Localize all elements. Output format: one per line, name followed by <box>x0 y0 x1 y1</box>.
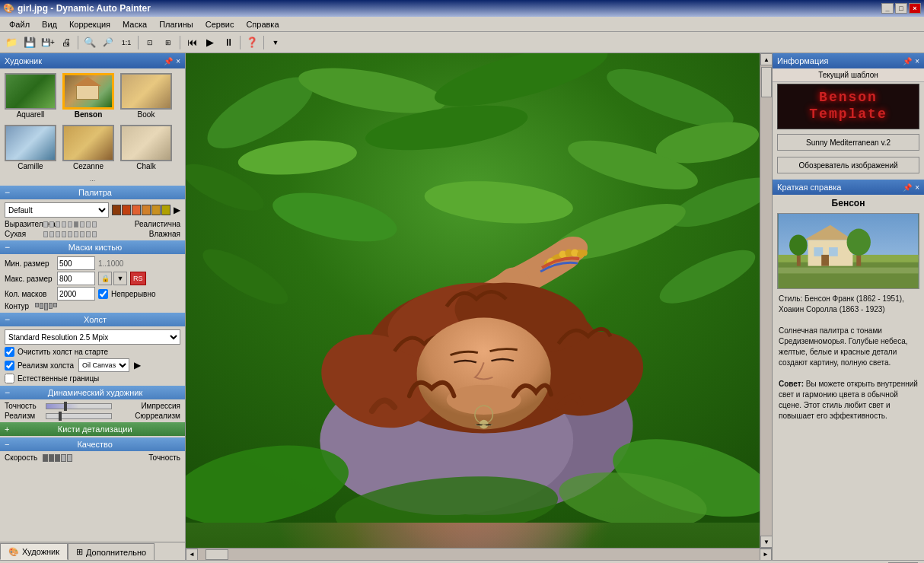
close-button[interactable]: × <box>909 3 921 14</box>
zoom-out-button[interactable]: 🔎 <box>100 34 116 51</box>
quality-header[interactable]: − Качество <box>0 437 185 451</box>
palette-row: Default ▶ <box>0 201 185 219</box>
natural-borders-label: Естественные границы <box>18 374 99 383</box>
zoom-in-button[interactable]: 🔍 <box>81 34 98 51</box>
menu-service[interactable]: Сервис <box>199 18 241 30</box>
play-button[interactable]: ▶ <box>202 34 218 51</box>
thumb-benson[interactable]: Benson <box>61 72 116 120</box>
tab-additional-icon: ⊞ <box>76 547 83 557</box>
color-swatches <box>112 205 170 215</box>
swatch-4[interactable] <box>142 205 151 215</box>
rewind-button[interactable]: ⏮ <box>183 34 200 51</box>
menu-bar: Файл Вид Коррекция Маска Плагины Сервис … <box>0 17 924 32</box>
scroll-up-button[interactable]: ▲ <box>760 53 772 65</box>
detail-brushes-header[interactable]: + Кисти детализации <box>0 422 185 436</box>
more-button[interactable]: ▼ <box>267 34 284 51</box>
tab-additional[interactable]: ⊞ Дополнительно <box>68 543 155 560</box>
svg-point-24 <box>577 250 585 258</box>
thumb-book-img <box>120 73 172 110</box>
sunny-mediterranean-button[interactable]: Sunny Mediterranean v.2 <box>777 134 919 151</box>
close-panel-icon[interactable]: × <box>176 57 180 65</box>
mask-count-input[interactable] <box>57 287 95 301</box>
swatch-3[interactable] <box>132 205 141 215</box>
info-close-icon[interactable]: × <box>915 57 919 65</box>
palette-collapse-icon: − <box>5 187 10 198</box>
thumb-chalk[interactable]: Chalk <box>119 123 174 172</box>
title-bar: 🎨 girl.jpg - Dynamic Auto Painter _ □ × <box>0 0 924 17</box>
menu-plugins[interactable]: Плагины <box>153 18 199 30</box>
menu-help[interactable]: Справка <box>240 18 285 30</box>
dynamic-artist-header[interactable]: − Динамический художник <box>0 386 185 399</box>
swatch-6[interactable] <box>161 205 170 215</box>
vertical-scrollbar[interactable]: ▲ ▼ <box>760 53 772 548</box>
clear-canvas-checkbox[interactable] <box>5 347 14 357</box>
brief-pin-icon[interactable]: 📌 <box>903 183 912 192</box>
rs-button[interactable]: RS <box>130 272 146 285</box>
horizontal-scrollbar[interactable]: ◄ ► <box>186 548 772 560</box>
max-size-input[interactable] <box>57 272 95 285</box>
scroll-h-thumb[interactable] <box>206 549 228 560</box>
arrow-down-icon[interactable]: ▼ <box>113 272 127 285</box>
natural-borders-checkbox[interactable] <box>5 374 14 383</box>
accuracy-slider[interactable] <box>46 403 112 409</box>
thumb-aquarell[interactable]: Aquarell <box>3 72 58 120</box>
continuous-checkbox[interactable] <box>98 289 108 299</box>
tab-artist[interactable]: 🎨 Художник <box>0 543 68 560</box>
brief-close-icon[interactable]: × <box>915 183 919 192</box>
fit-width-button[interactable]: ⊡ <box>142 34 158 51</box>
toolbar-separator-2 <box>138 36 139 49</box>
fit-height-button[interactable]: ⊞ <box>160 34 177 51</box>
speed-slider[interactable] <box>43 454 72 462</box>
thumb-chalk-img <box>120 125 172 161</box>
quality-label: Качество <box>77 440 113 449</box>
save-as-button[interactable]: 💾+ <box>40 34 56 51</box>
palette-expand-icon[interactable]: ▶ <box>174 205 180 215</box>
thumb-book[interactable]: Book <box>119 72 174 120</box>
continuous-label: Непрерывно <box>111 290 155 298</box>
swatch-2[interactable] <box>122 205 131 215</box>
canvas-section-header[interactable]: − Холст <box>0 313 185 326</box>
zoom-1to1-button[interactable]: 1:1 <box>118 34 135 51</box>
pause-button[interactable]: ⏸ <box>220 34 237 51</box>
lock-icon[interactable]: 🔒 <box>98 272 112 285</box>
realism-left-label: Реализм <box>5 412 43 420</box>
open-button[interactable]: 📁 <box>3 34 20 51</box>
menu-file[interactable]: Файл <box>3 18 36 30</box>
title-bar-controls[interactable]: _ □ × <box>881 3 921 14</box>
palette-section-header[interactable]: − Палитра <box>0 186 185 199</box>
realism-slider[interactable] <box>46 413 112 419</box>
expressive-slider[interactable] <box>43 221 97 227</box>
thumb-cezanne-img <box>62 125 114 161</box>
maximize-button[interactable]: □ <box>895 3 907 14</box>
thumb-cezanne[interactable]: Cezanne <box>61 123 116 172</box>
thumb-camille-img <box>5 125 56 161</box>
menu-correction[interactable]: Коррекция <box>63 18 116 30</box>
swatch-5[interactable] <box>151 205 161 215</box>
canvas-realism-select[interactable]: Oil Canvas <box>78 358 129 372</box>
pin-icon[interactable]: 📌 <box>164 57 173 65</box>
canvas-resolution-select[interactable]: Standard Resolution 2.5 Mpix <box>5 329 180 345</box>
canvas-realism-checkbox[interactable] <box>5 361 14 371</box>
palette-select[interactable]: Default <box>5 202 109 218</box>
min-size-input[interactable] <box>57 256 95 270</box>
print-button[interactable]: 🖨 <box>58 34 75 51</box>
brush-masks-header[interactable]: − Маски кистью <box>0 240 185 254</box>
canvas-expand-icon[interactable]: ▶ <box>134 360 141 371</box>
thumb-camille[interactable]: Camille <box>3 123 58 172</box>
current-template-section: Текущий шаблон <box>773 68 924 82</box>
minimize-button[interactable]: _ <box>881 3 894 14</box>
menu-view[interactable]: Вид <box>36 18 63 30</box>
dry-wet-slider[interactable] <box>43 231 97 237</box>
scroll-right-button[interactable]: ► <box>760 549 772 561</box>
swatch-1[interactable] <box>112 205 121 215</box>
save-button[interactable]: 💾 <box>21 34 38 51</box>
info-pin-icon[interactable]: 📌 <box>903 57 912 65</box>
scroll-left-button[interactable]: ◄ <box>186 549 198 561</box>
canvas-realism-row: Реализм холста Oil Canvas ▶ <box>0 358 185 373</box>
scroll-thumb[interactable] <box>761 67 772 97</box>
browse-images-button[interactable]: Обозреватель изображений <box>777 157 919 173</box>
help-button[interactable]: ❓ <box>244 34 260 51</box>
scroll-down-button[interactable]: ▼ <box>760 536 772 548</box>
realism-slider-row: Реализм Сюрреализм <box>0 411 185 421</box>
menu-mask[interactable]: Маска <box>116 18 153 30</box>
